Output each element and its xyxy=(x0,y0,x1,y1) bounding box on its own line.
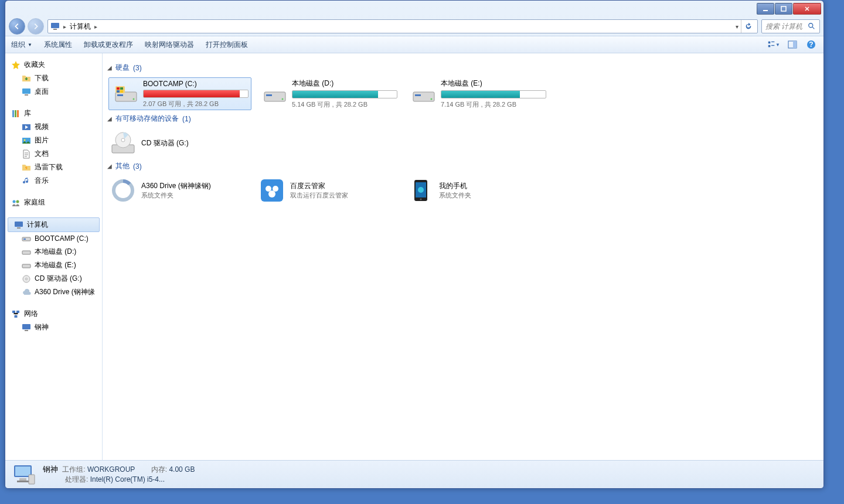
network-icon xyxy=(11,309,21,319)
computer-icon xyxy=(22,323,31,332)
cd-drive-item[interactable]: CD 驱动器 (G:) xyxy=(108,128,251,158)
cd-drive-icon xyxy=(111,131,135,155)
breadcrumb-location[interactable]: 计算机 xyxy=(70,22,91,32)
svg-rect-17 xyxy=(17,110,19,117)
view-options-button[interactable]: ▼ xyxy=(767,38,780,51)
svg-rect-6 xyxy=(771,42,774,42)
libraries-header[interactable]: 库 xyxy=(5,107,102,120)
tree-item-drive-d[interactable]: 本地磁盘 (D:) xyxy=(5,245,102,258)
svg-rect-43 xyxy=(120,90,123,93)
svg-rect-41 xyxy=(120,87,123,90)
svg-rect-13 xyxy=(22,88,30,94)
svg-rect-3 xyxy=(53,29,57,30)
tree-item-pictures[interactable]: 图片 xyxy=(5,134,102,147)
navigation-bar: ▸ 计算机 ▸ ▾ 搜索 计算机 xyxy=(5,17,823,36)
titlebar xyxy=(5,1,823,17)
computer-large-icon xyxy=(12,463,36,486)
drive-status: 2.07 GB 可用 , 共 28.2 GB xyxy=(143,100,249,108)
tree-item-thunder[interactable]: 迅雷下载 xyxy=(5,161,102,174)
drive-icon xyxy=(22,234,31,243)
homegroup-header[interactable]: 家庭组 xyxy=(5,196,102,209)
drive-icon xyxy=(22,261,31,270)
collapse-icon: ◢ xyxy=(107,64,112,71)
svg-rect-34 xyxy=(22,324,30,329)
favorites-header[interactable]: 收藏夹 xyxy=(5,58,102,71)
picture-icon xyxy=(22,136,31,145)
tree-item-videos[interactable]: 视频 xyxy=(5,120,102,134)
drive-usage-bar xyxy=(143,90,249,98)
tree-item-network-pc[interactable]: 钢神 xyxy=(5,321,102,334)
drive-usage-bar xyxy=(441,90,546,98)
map-network-drive[interactable]: 映射网络驱动器 xyxy=(145,40,194,50)
window-controls xyxy=(757,3,821,15)
maximize-button[interactable] xyxy=(775,3,792,15)
group-header-other[interactable]: ◢ 其他 (3) xyxy=(107,161,820,171)
drive-item[interactable]: 本地磁盘 (E:) 7.14 GB 可用 , 共 28.2 GB xyxy=(406,77,549,110)
minimize-button[interactable] xyxy=(757,3,774,15)
svg-rect-35 xyxy=(25,330,28,331)
other-item[interactable]: 百度云管家 双击运行百度云管家 xyxy=(257,176,400,205)
address-bar[interactable]: ▸ 计算机 ▸ ▾ xyxy=(47,19,758,33)
other-item[interactable]: A360 Drive (钢神缘钢) 系统文件夹 xyxy=(108,176,251,205)
hard-drive-icon xyxy=(411,81,436,106)
other-item-name: A360 Drive (钢神缘钢) xyxy=(141,181,211,191)
drive-name: 本地磁盘 (E:) xyxy=(441,79,546,88)
svg-rect-66 xyxy=(29,475,35,484)
homegroup-icon xyxy=(11,198,21,207)
a360-icon xyxy=(111,178,135,203)
close-button[interactable] xyxy=(793,3,821,15)
back-button[interactable] xyxy=(9,18,25,35)
drive-item[interactable]: 本地磁盘 (D:) 5.14 GB 可用 , 共 28.2 GB xyxy=(257,77,400,110)
chevron-down-icon[interactable]: ▾ xyxy=(736,23,738,30)
svg-rect-23 xyxy=(15,222,23,227)
uninstall-programs[interactable]: 卸载或更改程序 xyxy=(84,40,133,50)
tree-libraries: 库 视频 图片 文档 迅雷下载 音乐 xyxy=(5,107,102,188)
svg-rect-24 xyxy=(17,227,21,229)
system-properties[interactable]: 系统属性 xyxy=(44,40,72,50)
explorer-body: 收藏夹 下载 桌面 库 视频 图片 文档 迅雷下载 音乐 xyxy=(5,53,823,460)
tree-item-drive-c[interactable]: BOOTCAMP (C:) xyxy=(5,232,102,245)
tree-item-downloads[interactable]: 下载 xyxy=(5,71,102,85)
tree-item-music[interactable]: 音乐 xyxy=(5,174,102,188)
other-list: A360 Drive (钢神缘钢) 系统文件夹 百度云管家 双击运行百度云管家 … xyxy=(108,176,820,205)
desktop-icon xyxy=(22,87,31,97)
tree-item-drive-e[interactable]: 本地磁盘 (E:) xyxy=(5,258,102,272)
search-box[interactable]: 搜索 计算机 xyxy=(761,19,820,33)
svg-rect-32 xyxy=(16,311,19,313)
help-button[interactable]: ? xyxy=(805,38,818,51)
svg-rect-16 xyxy=(15,110,16,117)
svg-rect-63 xyxy=(15,466,30,476)
svg-point-22 xyxy=(16,200,19,203)
open-control-panel[interactable]: 打开控制面板 xyxy=(206,40,248,50)
preview-pane-button[interactable] xyxy=(786,38,799,51)
organize-menu[interactable]: 组织▼ xyxy=(11,40,32,50)
svg-rect-44 xyxy=(264,92,285,101)
svg-rect-37 xyxy=(117,94,123,96)
tree-item-desktop[interactable]: 桌面 xyxy=(5,85,102,98)
svg-rect-42 xyxy=(117,90,120,93)
tree-item-a360[interactable]: A360 Drive (钢神缘 xyxy=(5,285,102,299)
refresh-button[interactable] xyxy=(741,20,755,33)
forward-button[interactable] xyxy=(28,18,44,35)
svg-rect-31 xyxy=(12,311,15,313)
tree-item-documents[interactable]: 文档 xyxy=(5,147,102,161)
details-text: 钢神 工作组: WORKGROUP 内存: 4.00 GB 处理器: Intel… xyxy=(43,464,209,485)
network-header[interactable]: 网络 xyxy=(5,307,102,321)
computer-header[interactable]: 计算机 xyxy=(8,217,100,232)
explorer-window: ▸ 计算机 ▸ ▾ 搜索 计算机 组织▼ 系统属性 卸载或更改程序 映射网络驱动… xyxy=(5,0,824,489)
svg-point-4 xyxy=(809,23,813,28)
svg-rect-14 xyxy=(25,94,28,96)
group-header-removable[interactable]: ◢ 有可移动存储的设备 (1) xyxy=(107,114,820,124)
cd-drive-label: CD 驱动器 (G:) xyxy=(141,138,189,148)
svg-rect-48 xyxy=(415,94,421,96)
download-icon xyxy=(22,163,31,172)
tree-item-cd-drive[interactable]: CD 驱动器 (G:) xyxy=(5,272,102,285)
drive-name: BOOTCAMP (C:) xyxy=(143,80,249,88)
drive-list-removable: CD 驱动器 (G:) xyxy=(108,128,820,158)
drive-item[interactable]: BOOTCAMP (C:) 2.07 GB 可用 , 共 28.2 GB xyxy=(108,77,251,110)
group-header-hdd[interactable]: ◢ 硬盘 (3) xyxy=(107,63,820,73)
other-item-subtitle: 系统文件夹 xyxy=(439,191,471,200)
phone-icon xyxy=(409,178,433,203)
svg-rect-2 xyxy=(51,23,59,28)
other-item[interactable]: 我的手机 系统文件夹 xyxy=(406,176,549,205)
